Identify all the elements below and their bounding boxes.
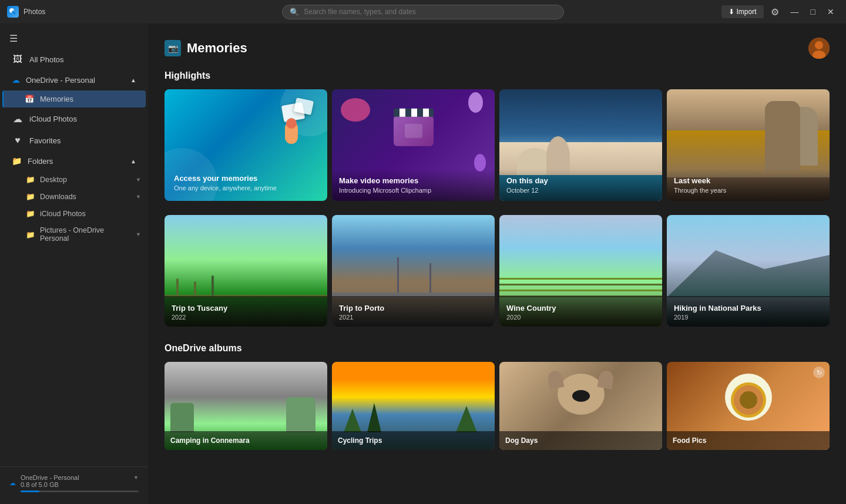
card-overlay-on-this-day: On this day October 12 (499, 169, 662, 201)
storage-cloud-icon: ☁ (9, 479, 16, 487)
minimize-button[interactable]: — (786, 3, 804, 21)
close-button[interactable]: ✕ (822, 3, 839, 21)
sidebar-item-icloud-photos[interactable]: 📁 iCloud Photos (2, 206, 146, 221)
tuscany-overlay: Trip to Tuscany 2022 (164, 298, 327, 327)
cloud-icon: ☁ (12, 75, 20, 85)
memories-nav-label: Memories (40, 95, 73, 103)
folder-label-desktop: Desktop (40, 176, 67, 184)
settings-button[interactable]: ⚙ (768, 4, 781, 20)
album-card-connemara[interactable]: Camping in Connemara (164, 362, 327, 450)
highlight-card-last-week[interactable]: Last week Through the years (667, 89, 830, 201)
title-bar-right: ⬇ Import ⚙ — □ ✕ (721, 3, 839, 21)
maximize-button[interactable]: □ (806, 3, 820, 21)
sidebar: ☰ 🖼 All Photos ☁ OneDrive - Personal ▲ 📅… (0, 23, 148, 504)
import-label: Import (737, 8, 757, 16)
app-icon (7, 6, 19, 18)
storage-label: OneDrive - Personal (21, 474, 79, 481)
memories-nav-icon: 📅 (25, 95, 34, 103)
app-title: Photos (24, 8, 45, 16)
card-content-access: Access your memories One any device, any… (164, 89, 327, 201)
albums-section-title: OneDrive albums (164, 343, 830, 354)
icloud-icon: ☁ (12, 113, 24, 125)
favorites-label: Favorites (29, 136, 61, 145)
folder-label-downloads: Downloads (40, 193, 76, 201)
tuscany-content: Trip to Tuscany 2022 (164, 215, 327, 327)
search-bar[interactable]: 🔍 (282, 5, 564, 19)
sidebar-item-downloads[interactable]: 📁 Downloads ▼ (2, 189, 146, 204)
highlight-card-access-memories[interactable]: Access your memories One any device, any… (164, 89, 327, 201)
connemara-title: Camping in Connemara (170, 436, 250, 445)
storage-info[interactable]: ☁ OneDrive - Personal ▼ 0.8 of 5.0 GB (9, 474, 139, 492)
wine-content: Wine Country 2020 (499, 215, 662, 327)
sidebar-storage: ☁ OneDrive - Personal ▼ 0.8 of 5.0 GB (0, 466, 148, 499)
porto-year: 2021 (339, 314, 488, 321)
album-card-dog[interactable]: Dog Days (499, 362, 662, 450)
highlights-grid: Access your memories One any device, any… (164, 89, 830, 201)
title-bar: Photos 🔍 ⬇ Import ⚙ — □ ✕ (0, 0, 846, 23)
sidebar-item-pictures[interactable]: 📁 Pictures - OneDrive Personal ▼ (2, 223, 146, 246)
search-input[interactable] (304, 8, 556, 16)
card-overlay-access: Access your memories One any device, any… (164, 89, 327, 201)
folder-icon-desktop: 📁 (26, 175, 35, 184)
folder-icon-downloads: 📁 (26, 192, 35, 201)
last-week-title: Last week (674, 176, 822, 185)
import-icon: ⬇ (728, 8, 734, 16)
dog-content: Dog Days (499, 362, 662, 450)
page-header: 📷 Memories (164, 38, 830, 59)
tuscany-year: 2022 (172, 314, 320, 321)
album-card-tuscany[interactable]: Trip to Tuscany 2022 (164, 215, 327, 327)
sidebar-item-icloud[interactable]: ☁ iCloud Photos (2, 109, 146, 129)
user-avatar[interactable] (808, 38, 830, 59)
hamburger-menu[interactable]: ☰ (0, 28, 148, 49)
window-controls: — □ ✕ (786, 3, 839, 21)
storage-bar-fill (21, 490, 39, 492)
sidebar-onedrive-header[interactable]: ☁ OneDrive - Personal ▲ (2, 70, 146, 89)
memories-icon: 📷 (168, 43, 178, 53)
video-card-title: Make video memories (339, 176, 488, 185)
cycling-content: Cycling Trips (332, 362, 495, 450)
svg-point-3 (815, 41, 823, 49)
album-card-wine[interactable]: Wine Country 2020 (499, 215, 662, 327)
album-card-porto[interactable]: Trip to Porto 2021 (332, 215, 495, 327)
onedrive-albums-section: OneDrive albums Camping in Connemara (164, 343, 830, 450)
onedrive-albums-grid: Camping in Connemara Cycling Trips (164, 362, 830, 450)
wine-title: Wine Country (506, 304, 655, 313)
favorites-icon: ♥ (12, 135, 24, 146)
page-title: Memories (187, 41, 247, 56)
trip-albums-grid: Trip to Tuscany 2022 Trip to Po (164, 215, 830, 327)
album-card-food[interactable]: ↻ Food Pics (667, 362, 830, 450)
storage-bar-bg (21, 490, 139, 492)
highlights-title: Highlights (164, 70, 830, 81)
desktop-chevron: ▼ (136, 177, 141, 183)
import-button[interactable]: ⬇ Import (721, 5, 764, 18)
sidebar-item-favorites[interactable]: ♥ Favorites (2, 130, 146, 150)
last-week-subtitle: Through the years (674, 187, 822, 194)
sidebar-item-memories[interactable]: 📅 Memories (2, 90, 146, 107)
sidebar-folders-header[interactable]: 📁 Folders ▲ (2, 152, 146, 170)
porto-overlay: Trip to Porto 2021 (332, 298, 495, 327)
highlights-section: Highlights (164, 70, 830, 327)
highlight-card-video[interactable]: Make video memories Introducing Microsof… (332, 89, 495, 201)
on-this-day-subtitle: October 12 (506, 187, 655, 194)
pictures-chevron: ▼ (136, 231, 141, 237)
onedrive-chevron: ▲ (130, 77, 136, 83)
hiking-title: Hiking in National Parks (674, 304, 822, 313)
folders-label: Folders (28, 157, 53, 166)
folders-icon: 📁 (12, 156, 22, 166)
icloud-label: iCloud Photos (29, 115, 77, 123)
album-card-cycling[interactable]: Cycling Trips (332, 362, 495, 450)
memories-icon-box: 📷 (164, 40, 181, 56)
album-card-hiking[interactable]: Hiking in National Parks 2019 (667, 215, 830, 327)
cycling-title: Cycling Trips (338, 436, 382, 445)
sidebar-item-all-photos[interactable]: 🖼 All Photos (2, 49, 146, 69)
folders-chevron: ▲ (130, 158, 136, 164)
food-title: Food Pics (673, 436, 706, 445)
main-layout: ☰ 🖼 All Photos ☁ OneDrive - Personal ▲ 📅… (0, 23, 846, 504)
page-header-left: 📷 Memories (164, 40, 247, 56)
content-area: 📷 Memories Highlights (148, 23, 846, 504)
sidebar-item-desktop[interactable]: 📁 Desktop ▼ (2, 172, 146, 187)
highlight-card-on-this-day[interactable]: On this day October 12 (499, 89, 662, 201)
tuscany-title: Trip to Tuscany (172, 304, 320, 313)
folder-icon-pictures: 📁 (26, 230, 35, 239)
storage-amount: 0.8 of 5.0 GB (21, 481, 59, 488)
